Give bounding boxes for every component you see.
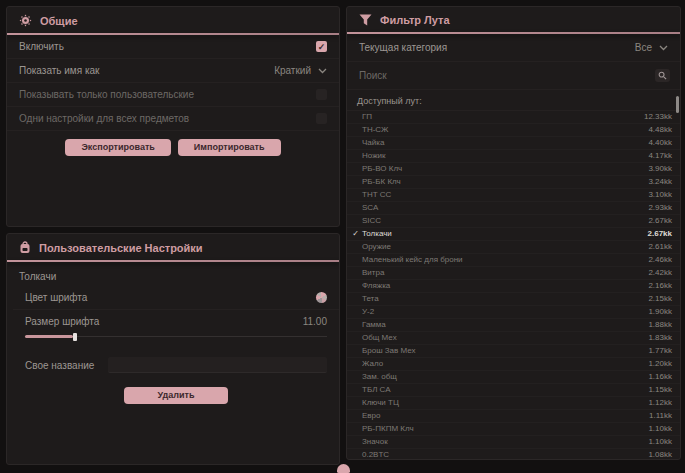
- setting-only-custom: Показывать только пользовательские: [7, 83, 339, 107]
- loot-row[interactable]: ✓ Зам. общ 1.16kk: [347, 371, 680, 384]
- loot-row[interactable]: ✓ ГП 12.33kk: [347, 111, 680, 124]
- category-label: Текущая категория: [359, 42, 447, 53]
- loot-name: ТН-СЖ: [362, 126, 389, 134]
- loot-value: 2.42kk: [648, 269, 672, 277]
- loot-name: Ножик: [362, 152, 385, 160]
- loot-value: 4.48kk: [648, 126, 672, 134]
- loot-name: РБ-ПКПМ Клч: [362, 425, 414, 433]
- setting-font-size: Размер шрифта 11.00: [13, 310, 339, 329]
- setting-enable: Включить ✓: [7, 35, 339, 59]
- same-settings-checkbox[interactable]: [316, 113, 327, 124]
- loot-row[interactable]: ✓ Общ Мех 1.83kk: [347, 332, 680, 345]
- loot-name: Евро: [362, 412, 380, 420]
- loot-row[interactable]: ✓ РБ-ВО Клч 3.90kk: [347, 163, 680, 176]
- bottom-handle[interactable]: [337, 464, 350, 473]
- loot-value: 1.90kk: [648, 308, 672, 316]
- loot-value: 1.16kk: [648, 373, 672, 381]
- loot-name: SCA: [362, 204, 378, 212]
- loot-row[interactable]: ✓ 0.2BTC 1.08kk: [347, 449, 680, 460]
- loot-name: Толкачи: [362, 230, 392, 238]
- loot-name: Жало: [362, 360, 383, 368]
- loot-row[interactable]: ✓ РБ-БК Клч 3.24kk: [347, 176, 680, 189]
- loot-name-cell: ✓ РБ-ВО Клч: [351, 165, 402, 173]
- loot-row[interactable]: ✓ Чайка 4.40kk: [347, 137, 680, 150]
- loot-value: 1.77kk: [648, 347, 672, 355]
- loot-name-cell: ✓ Зам. общ: [351, 373, 397, 381]
- loot-row[interactable]: ✓ Ключи ТЦ 1.12kk: [347, 397, 680, 410]
- loot-value: 3.90kk: [648, 165, 672, 173]
- loot-name-cell: ✓ Евро: [351, 412, 380, 420]
- loot-row[interactable]: ✓ Фляжка 2.16kk: [347, 280, 680, 293]
- scrollbar-thumb[interactable]: [676, 96, 679, 113]
- check-icon: ✓: [318, 42, 326, 52]
- loot-value: 2.93kk: [648, 204, 672, 212]
- loot-value: 3.10kk: [648, 191, 672, 199]
- loot-row[interactable]: ✓ Витра 2.42kk: [347, 267, 680, 280]
- name-mode-dropdown[interactable]: Краткий: [274, 65, 327, 76]
- panel-custom-title: Пользовательские Настройки: [39, 242, 203, 254]
- loot-name: Оружие: [362, 243, 391, 251]
- enable-label: Включить: [19, 41, 64, 52]
- name-mode-label: Показать имя как: [19, 65, 99, 76]
- loot-row[interactable]: ✓ Гамма 1.88kk: [347, 319, 680, 332]
- loot-name: ГП: [362, 113, 372, 121]
- only-custom-checkbox[interactable]: [316, 89, 327, 100]
- loot-name-cell: ✓ ТН-СЖ: [351, 126, 389, 134]
- search-bar: [347, 62, 680, 90]
- loot-row[interactable]: ✓ Маленький кейс для брони 2.46kk: [347, 254, 680, 267]
- loot-row[interactable]: ✓ SCA 2.93kk: [347, 202, 680, 215]
- loot-row[interactable]: ✓ Брош Зав Мех 1.77kk: [347, 345, 680, 358]
- loot-row[interactable]: ✓ Тета 2.15kk: [347, 293, 680, 306]
- enable-checkbox[interactable]: ✓: [316, 41, 327, 52]
- loot-row[interactable]: ✓ Значок 1.10kk: [347, 436, 680, 449]
- loot-name-cell: ✓ Чайка: [351, 139, 384, 147]
- export-button[interactable]: Экспортировать: [65, 139, 170, 156]
- loot-row[interactable]: ✓ Ножик 4.17kk: [347, 150, 680, 163]
- slider-handle[interactable]: [73, 333, 77, 341]
- loot-value: 1.08kk: [648, 451, 672, 459]
- search-icon[interactable]: [655, 69, 670, 82]
- loot-value: 1.11kk: [649, 412, 672, 420]
- import-button[interactable]: Импортировать: [178, 139, 281, 156]
- loot-name: Брош Зав Мех: [362, 347, 416, 355]
- loot-name-cell: ✓ Брош Зав Мех: [351, 347, 416, 355]
- loot-row[interactable]: ✓ У-2 1.90kk: [347, 306, 680, 319]
- custom-name-label: Свое название: [25, 360, 94, 371]
- category-dropdown[interactable]: Все: [635, 42, 668, 53]
- loot-value: 1.10kk: [648, 425, 672, 433]
- loot-row[interactable]: ✓ SICC 2.67kk: [347, 215, 680, 228]
- loot-value: 3.24kk: [648, 178, 672, 186]
- loot-row[interactable]: ✓ Толкачи 2.67kk: [347, 228, 680, 241]
- loot-row[interactable]: ✓ Жало 1.20kk: [347, 358, 680, 371]
- setting-name-mode: Показать имя как Краткий: [7, 59, 339, 83]
- loot-name-cell: ✓ ГП: [351, 113, 372, 121]
- color-picker-icon[interactable]: [316, 292, 327, 303]
- setting-custom-name: Свое название: [13, 345, 339, 379]
- loot-name: 0.2BTC: [362, 451, 389, 459]
- loot-row[interactable]: ✓ Евро 1.11kk: [347, 410, 680, 423]
- loot-row[interactable]: ✓ ТН-СЖ 4.48kk: [347, 124, 680, 137]
- font-color-label: Цвет шрифта: [25, 292, 87, 303]
- loot-name: Значок: [362, 438, 388, 446]
- loot-name-cell: ✓ Жало: [351, 360, 383, 368]
- loot-name: Гамма: [362, 321, 386, 329]
- custom-name-input[interactable]: [108, 357, 327, 373]
- font-size-slider[interactable]: [25, 332, 327, 341]
- loot-name: Витра: [362, 269, 384, 277]
- loot-value: 2.67kk: [648, 217, 672, 225]
- setting-font-color: Цвет шрифта: [13, 286, 339, 310]
- available-loot-label: Доступный лут:: [347, 90, 680, 110]
- search-input[interactable]: [347, 66, 655, 85]
- loot-row[interactable]: ✓ РБ-ПКПМ Клч 1.10kk: [347, 423, 680, 436]
- loot-row[interactable]: ✓ Оружие 2.61kk: [347, 241, 680, 254]
- chevron-down-icon: [659, 42, 668, 53]
- loot-name: Общ Мех: [362, 334, 397, 342]
- loot-value: 4.40kk: [648, 139, 672, 147]
- loot-row[interactable]: ✓ ТНТ СС 3.10kk: [347, 189, 680, 202]
- loot-name: У-2: [362, 308, 374, 316]
- delete-button[interactable]: Удалить: [124, 387, 229, 404]
- loot-name-cell: ✓ Тета: [351, 295, 379, 303]
- loot-row[interactable]: ✓ ТБЛ СА 1.15kk: [347, 384, 680, 397]
- funnel-icon: [359, 14, 372, 26]
- loot-value: 12.33kk: [644, 113, 672, 121]
